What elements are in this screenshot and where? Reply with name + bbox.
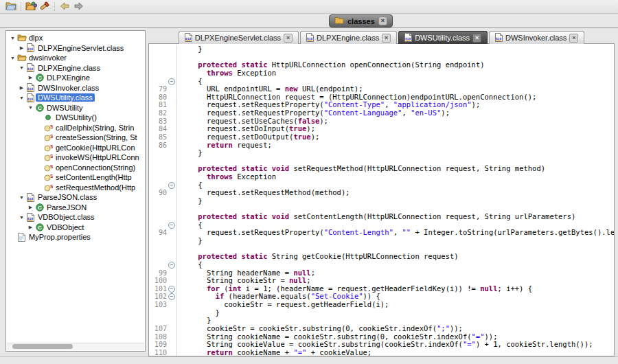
collapse-icon[interactable]: −	[168, 182, 175, 189]
tree-item-dwsutility-[interactable]: DWSUtility()	[6, 113, 145, 123]
editor-tab-dlpxengine-class[interactable]: 010DLPXEngine.class×	[300, 31, 397, 44]
tree-item-dlpx[interactable]: ▼dlpx	[6, 33, 145, 43]
tab-classes[interactable]: classes ×	[329, 14, 393, 27]
chevron-down-icon[interactable]: ▼	[27, 105, 34, 110]
line-number	[149, 221, 167, 229]
collapse-icon[interactable]: −	[168, 286, 175, 293]
tree-horizontal-scrollbar[interactable]	[7, 343, 144, 350]
code-text: }	[177, 237, 203, 245]
code-line[interactable]: 86 return request;	[149, 141, 614, 150]
code-line[interactable]: throws Exception	[149, 173, 614, 181]
chevron-down-icon[interactable]: ▼	[9, 56, 16, 60]
line-number	[149, 237, 167, 245]
tree-item-dlpxengine[interactable]: ▶CDLPXEngine	[6, 73, 145, 83]
collapse-icon[interactable]: −	[168, 262, 175, 269]
code-line[interactable]: 94 request.setRequestProperty("Content-L…	[149, 229, 614, 237]
chevron-down-icon[interactable]: ▼	[9, 36, 16, 41]
tree-item-vdbobject-class[interactable]: ▼010VDBObject.class	[6, 212, 145, 223]
line-number	[149, 173, 167, 181]
line-number: 110	[149, 349, 167, 356]
code-line[interactable]: }	[149, 149, 614, 157]
forward-icon-button[interactable]	[71, 1, 85, 12]
code-view[interactable]: } protected static HttpURLConnection ope…	[149, 44, 614, 356]
editor-tab-dwsutility-class[interactable]: 010DWSUtility.class×	[398, 31, 488, 44]
chevron-right-icon[interactable]: ▶	[18, 45, 25, 51]
editor-tab-dwsinvoker-class[interactable]: 010DWSInvoker.class×	[489, 31, 584, 44]
chevron-down-icon[interactable]: ▼	[18, 215, 25, 220]
tree-item-label: DWSUtility()	[54, 113, 99, 122]
fold-column	[167, 197, 177, 205]
fold-column	[167, 117, 177, 126]
open-type-icon-button[interactable]	[24, 1, 38, 12]
chevron-down-icon[interactable]: ▼	[18, 195, 25, 200]
scrollbar-thumb[interactable]	[12, 344, 73, 349]
tree-item-dlpxengineservlet-class[interactable]: ▶010DLPXEngineServlet.class	[6, 43, 145, 54]
code-line[interactable]: }	[149, 197, 614, 205]
tree-item-dwsutility-class[interactable]: ▼010DWSUtility.class	[6, 93, 145, 103]
editor-area[interactable]: } protected static HttpURLConnection ope…	[148, 43, 615, 356]
svg-text:010: 010	[405, 36, 411, 40]
tree-item-label: setContentLength(Http	[54, 173, 134, 181]
close-icon[interactable]: ×	[569, 34, 578, 43]
tree-item-dwsinvoker[interactable]: ▼dwsinvoker	[6, 53, 145, 63]
tree-item-calldelphix-string-strin[interactable]: ScallDelphix(String, Strin	[6, 123, 145, 133]
tree-item-myprop-properties[interactable]: MyProp.properties	[6, 232, 145, 242]
code-line[interactable]: protected static String getCookie(HttpUR…	[149, 253, 614, 261]
collapse-icon[interactable]: −	[168, 293, 175, 300]
static-method-icon: S	[43, 183, 54, 192]
tree-item-dwsinvoker-class[interactable]: ▶010DWSInvoker.class	[6, 83, 145, 93]
line-number: 82	[149, 109, 167, 117]
code-line[interactable]: }	[149, 309, 614, 317]
chevron-down-icon[interactable]: ▼	[18, 95, 25, 100]
collapse-icon[interactable]: −	[168, 222, 175, 229]
close-icon[interactable]: ×	[284, 34, 293, 43]
tree-item-getcookie-httpurlcon[interactable]: SgetCookie(HttpURLCon	[6, 143, 145, 153]
tree-item-invokews-httpurlconn[interactable]: SinvokeWS(HttpURLConn	[6, 152, 145, 163]
tree-item-createsession-string-st[interactable]: ScreateSession(String, St	[6, 133, 145, 143]
editor-tab-label: DWSUtility.class	[415, 34, 470, 42]
editor-tab-label: DWSInvoker.class	[505, 34, 566, 42]
chevron-right-icon[interactable]: ▶	[27, 205, 34, 210]
line-number	[149, 205, 167, 214]
tree-item-setrequestmethod-http[interactable]: SsetRequestMethod(Http	[6, 183, 145, 193]
svg-text:S: S	[50, 134, 53, 139]
tree-item-dlpxengine-class[interactable]: ▼010DLPXEngine.class	[6, 63, 145, 73]
back-icon-button[interactable]	[58, 1, 71, 12]
chevron-down-icon[interactable]: ▼	[18, 65, 25, 70]
tree-item-parsejson-class[interactable]: ▼010ParseJSON.class	[6, 192, 145, 203]
code-line[interactable]: 90 request.setRequestMethod(method);	[149, 189, 614, 197]
open-file-icon-button[interactable]	[4, 1, 18, 12]
code-line[interactable]: 110 return cookieName + "=" + cookieValu…	[149, 349, 614, 356]
line-number: 85	[149, 133, 167, 141]
fold-column	[167, 141, 177, 150]
fold-column	[167, 237, 177, 245]
code-line[interactable]: protected static void setContentLength(H…	[149, 213, 614, 221]
close-icon[interactable]: ×	[382, 34, 391, 43]
tree-item-dwsutility[interactable]: ▼CDWSUtility	[6, 103, 145, 113]
fold-column: −	[167, 221, 177, 229]
code-line[interactable]: }	[149, 237, 614, 245]
tree-item-label: DLPXEngineServlet.class	[36, 44, 126, 52]
toolbar-separator	[54, 2, 55, 11]
tree-item-parsejson[interactable]: ▶CParseJSON	[6, 203, 145, 213]
collapse-icon[interactable]: −	[168, 78, 175, 85]
fold-column	[167, 277, 177, 285]
fold-column	[167, 309, 177, 317]
close-icon[interactable]: ×	[378, 16, 387, 25]
tree-item-vdbobject[interactable]: ▶CVDBObject	[6, 223, 145, 233]
tree-item-label: DLPXEngine	[45, 73, 92, 82]
tree-item-openconnection-string-[interactable]: SopenConnection(String)	[6, 163, 145, 173]
code-line[interactable]: }	[149, 45, 614, 54]
svg-text:010: 010	[27, 216, 34, 220]
code-text: request.setRequestMethod(method);	[177, 189, 350, 197]
chevron-right-icon[interactable]: ▶	[27, 75, 34, 80]
chevron-right-icon[interactable]: ▶	[18, 85, 25, 91]
tree-item-label: DWSUtility	[45, 104, 85, 112]
search-icon-button[interactable]	[38, 1, 52, 12]
editor-tab-dlpxengineservlet-class[interactable]: 010DLPXEngineServlet.class×	[179, 31, 299, 44]
chevron-right-icon[interactable]: ▶	[27, 225, 34, 230]
folder-open-icon	[16, 54, 27, 62]
close-icon[interactable]: ×	[472, 34, 481, 43]
code-line[interactable]: throws Exception	[149, 69, 614, 78]
tree-item-setcontentlength-http[interactable]: SsetContentLength(Http	[6, 172, 145, 183]
